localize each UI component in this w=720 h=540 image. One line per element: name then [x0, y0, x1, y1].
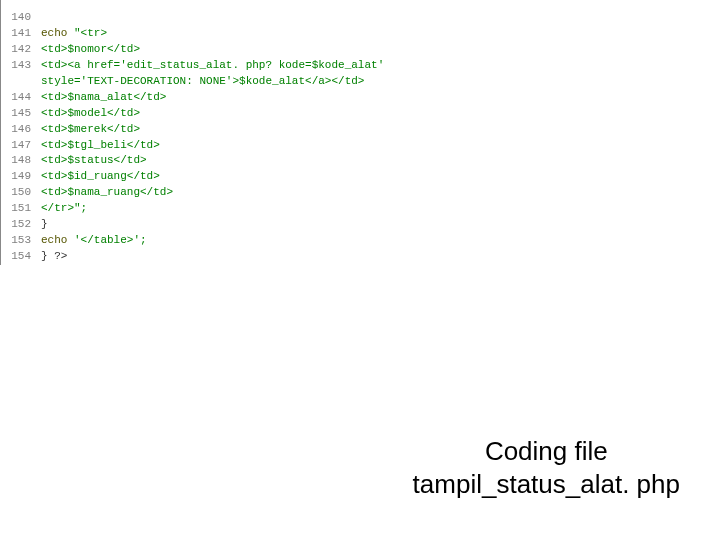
- line-number: 144: [11, 90, 41, 106]
- code-line: 141 echo "<tr>: [11, 26, 720, 42]
- line-number: 154: [11, 249, 41, 265]
- code-line: 152 }: [11, 217, 720, 233]
- code-line: 142 <td>$nomor</td>: [11, 42, 720, 58]
- code-editor: 140141 echo "<tr>142 <td>$nomor</td>143 …: [0, 0, 720, 265]
- code-text: }: [41, 217, 48, 233]
- code-line: 149 <td>$id_ruang</td>: [11, 169, 720, 185]
- code-line: 147 <td>$tgl_beli</td>: [11, 138, 720, 154]
- code-text: echo "<tr>: [41, 26, 107, 42]
- line-number: 152: [11, 217, 41, 233]
- code-text: <td>$model</td>: [41, 106, 140, 122]
- code-text: <td>$tgl_beli</td>: [41, 138, 160, 154]
- code-line: 145 <td>$model</td>: [11, 106, 720, 122]
- code-text: } ?>: [41, 249, 67, 265]
- code-text: style='TEXT-DECORATION: NONE'>$kode_alat…: [41, 74, 364, 90]
- line-number: 153: [11, 233, 41, 249]
- code-line: 144 <td>$nama_alat</td>: [11, 90, 720, 106]
- line-number: 150: [11, 185, 41, 201]
- caption-line-1: Coding file: [413, 435, 680, 468]
- code-text: <td>$id_ruang</td>: [41, 169, 160, 185]
- code-line: 143 <td><a href='edit_status_alat. php? …: [11, 58, 720, 74]
- code-line: style='TEXT-DECORATION: NONE'>$kode_alat…: [11, 74, 720, 90]
- line-number: 143: [11, 58, 41, 74]
- code-line: 151 </tr>";: [11, 201, 720, 217]
- line-number: 141: [11, 26, 41, 42]
- code-line: 146 <td>$merek</td>: [11, 122, 720, 138]
- code-line: 150 <td>$nama_ruang</td>: [11, 185, 720, 201]
- code-text: <td>$status</td>: [41, 153, 147, 169]
- code-text: <td>$merek</td>: [41, 122, 140, 138]
- code-text: </tr>";: [41, 201, 87, 217]
- code-line: 140: [11, 10, 720, 26]
- code-line: 153 echo '</table>';: [11, 233, 720, 249]
- code-text: <td><a href='edit_status_alat. php? kode…: [41, 58, 384, 74]
- code-text: echo '</table>';: [41, 233, 147, 249]
- line-number: 151: [11, 201, 41, 217]
- caption-line-2: tampil_status_alat. php: [413, 468, 680, 501]
- line-number: 140: [11, 10, 41, 26]
- line-number: 148: [11, 153, 41, 169]
- line-number: 149: [11, 169, 41, 185]
- code-line: 154} ?>: [11, 249, 720, 265]
- code-text: <td>$nama_ruang</td>: [41, 185, 173, 201]
- code-line: 148 <td>$status</td>: [11, 153, 720, 169]
- line-number: 146: [11, 122, 41, 138]
- line-number: 145: [11, 106, 41, 122]
- line-number: 142: [11, 42, 41, 58]
- slide-caption: Coding file tampil_status_alat. php: [413, 435, 680, 500]
- code-text: <td>$nomor</td>: [41, 42, 140, 58]
- code-text: <td>$nama_alat</td>: [41, 90, 166, 106]
- line-number: 147: [11, 138, 41, 154]
